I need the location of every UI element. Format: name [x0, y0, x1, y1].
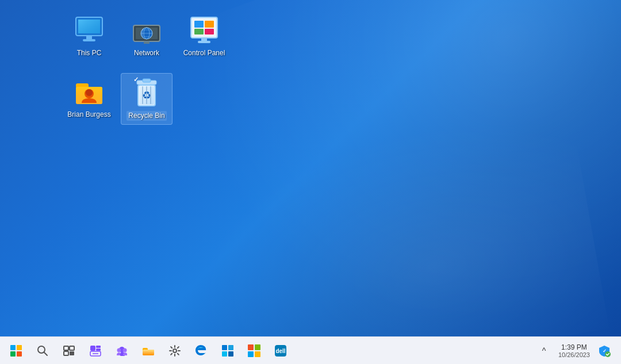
svg-rect-62	[255, 344, 260, 350]
sql-server-button[interactable]	[216, 339, 239, 362]
this-pc-icon-img	[74, 15, 105, 46]
tray-overflow-button[interactable]: ^	[535, 342, 553, 359]
control-panel-icon-img	[189, 15, 220, 46]
svg-rect-45	[90, 346, 95, 351]
windows-security-button[interactable]: ✓	[596, 342, 613, 359]
user-folder-icon-img	[74, 76, 105, 108]
edge-button[interactable]	[190, 339, 213, 362]
desktop: This PC	[0, 0, 621, 336]
svg-rect-61	[248, 344, 254, 350]
widgets-button[interactable]	[84, 339, 107, 362]
svg-rect-36	[17, 345, 22, 350]
svg-rect-16	[194, 21, 204, 28]
svg-rect-43	[64, 351, 68, 355]
svg-rect-44	[70, 351, 74, 355]
icon-row-1: Brian Burgess ✓ ♻	[63, 73, 230, 125]
this-pc-label: This PC	[77, 49, 102, 58]
selected-checkmark: ✓	[133, 76, 139, 83]
desktop-icons-container: This PC	[63, 12, 230, 125]
clock-date: 10/26/2023	[558, 351, 590, 358]
svg-text:✓: ✓	[603, 348, 607, 354]
desktop-icon-user-folder[interactable]: Brian Burgess	[63, 73, 115, 123]
svg-point-52	[123, 348, 127, 352]
task-view-button[interactable]	[57, 339, 80, 362]
system-tray: ^ 1:39 PM 10/26/2023 ✓	[532, 342, 616, 359]
svg-rect-59	[222, 351, 227, 357]
start-button[interactable]	[5, 339, 28, 362]
dell-button[interactable]: dell	[269, 339, 292, 362]
ms-store-button[interactable]	[243, 339, 266, 362]
svg-rect-46	[96, 346, 101, 348]
user-folder-label: Brian Burgess	[67, 110, 110, 120]
svg-rect-63	[248, 351, 254, 357]
taskbar-left: dell	[5, 339, 532, 362]
svg-rect-38	[17, 351, 22, 357]
svg-rect-35	[10, 345, 16, 350]
svg-rect-28	[143, 79, 151, 82]
svg-rect-42	[70, 346, 74, 350]
svg-rect-55	[143, 350, 154, 355]
network-icon-img	[131, 15, 162, 46]
svg-rect-58	[228, 345, 233, 350]
icon-row-0: This PC	[63, 12, 230, 62]
control-panel-label: Control Panel	[183, 49, 225, 58]
svg-rect-20	[201, 38, 207, 41]
search-button[interactable]	[31, 339, 54, 362]
svg-text:dell: dell	[275, 348, 285, 354]
recycle-bin-icon-img: ✓ ♻	[131, 77, 162, 108]
clock-display[interactable]: 1:39 PM 10/26/2023	[555, 342, 593, 359]
svg-rect-60	[228, 351, 233, 357]
svg-rect-21	[198, 41, 210, 43]
desktop-icon-recycle-bin[interactable]: ✓ ♻	[121, 73, 172, 125]
svg-rect-3	[86, 36, 92, 39]
svg-rect-18	[194, 29, 204, 35]
svg-rect-41	[64, 346, 68, 350]
svg-point-51	[117, 348, 121, 352]
svg-point-56	[173, 349, 177, 352]
svg-rect-4	[83, 39, 95, 41]
svg-point-39	[38, 346, 45, 353]
settings-button[interactable]	[163, 339, 186, 362]
svg-rect-37	[10, 351, 16, 357]
clock-time: 1:39 PM	[561, 343, 587, 351]
chevron-up-icon: ^	[542, 346, 546, 355]
svg-point-26	[86, 89, 93, 96]
svg-rect-17	[205, 21, 214, 28]
chat-button[interactable]	[110, 339, 133, 362]
desktop-icon-control-panel[interactable]: Control Panel	[178, 12, 230, 62]
taskbar: dell ^ 1:39 PM 10/26/2023 ✓	[0, 336, 621, 364]
svg-rect-57	[222, 345, 227, 350]
svg-rect-64	[255, 351, 260, 357]
svg-line-40	[44, 352, 47, 355]
recycle-bin-label: Recycle Bin	[126, 111, 166, 121]
svg-rect-7	[144, 41, 150, 44]
svg-rect-47	[96, 348, 101, 351]
svg-rect-19	[205, 29, 214, 35]
desktop-icon-this-pc[interactable]: This PC	[63, 12, 115, 62]
desktop-icon-network[interactable]: Network	[121, 12, 172, 62]
svg-rect-2	[78, 20, 100, 33]
file-explorer-button[interactable]	[137, 339, 160, 362]
network-label: Network	[134, 49, 159, 58]
